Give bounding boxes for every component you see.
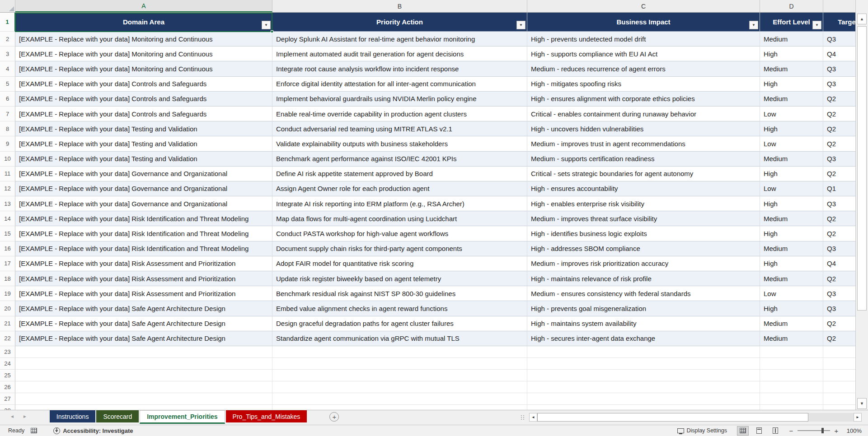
cell-effort-level[interactable]: High [760,46,823,61]
row-number[interactable]: 22 [0,331,15,346]
empty-cell[interactable] [760,405,823,410]
empty-cell[interactable] [15,393,272,405]
cell-target[interactable]: Q2 [823,107,855,121]
horizontal-scrollbar-thumb[interactable] [537,413,808,422]
cell-domain-area[interactable]: [EXAMPLE - Replace with your data] Contr… [15,77,272,92]
horizontal-scrollbar[interactable]: ◄ ► [529,413,862,422]
row-number[interactable]: 4 [0,61,15,76]
column-header-a[interactable]: A [15,0,272,12]
cell-business-impact[interactable]: High - uncovers hidden vulnerabilities [527,121,760,136]
cell-business-impact[interactable]: Medium - improves threat surface visibil… [527,211,760,226]
cell-effort-level[interactable]: Medium [760,241,823,256]
cell-business-impact[interactable]: High - ensures accountability [527,181,760,196]
cell-business-impact[interactable]: Medium - reduces recurrence of agent err… [527,61,760,76]
horizontal-scrollbar-track[interactable] [537,413,854,422]
cell-domain-area[interactable]: [EXAMPLE - Replace with your data] Risk … [15,241,272,256]
cell-target[interactable]: Q2 [823,92,855,107]
header-cell-priority-action[interactable]: Priority Action ▼ [272,13,527,32]
cell-business-impact[interactable]: Medium - improves trust in agent recomme… [527,136,760,151]
cell-business-impact[interactable]: High - secures inter-agent data exchange [527,331,760,346]
cell-domain-area[interactable]: [EXAMPLE - Replace with your data] Monit… [15,32,272,46]
cell-priority-action[interactable]: Conduct PASTA workshop for high-value ag… [272,226,527,241]
cell-target[interactable]: Q3 [823,196,855,211]
cell-domain-area[interactable]: [EXAMPLE - Replace with your data] Testi… [15,121,272,136]
cell-effort-level[interactable]: High [760,121,823,136]
cell-target[interactable]: Q2 [823,121,855,136]
cell-priority-action[interactable]: Standardize agent communication via gRPC… [272,331,527,346]
cell-business-impact[interactable]: High - prevents undetected model drift [527,32,760,46]
cell-target[interactable]: Q2 [823,271,855,286]
cell-domain-area[interactable]: [EXAMPLE - Replace with your data] Safe … [15,316,272,331]
zoom-in-button[interactable]: + [834,427,839,435]
sheet-tab-pro-tips-and-mistakes[interactable]: Pro_Tips_and_Mistakes [226,410,307,422]
cell-business-impact[interactable]: High - enables enterprise risk visibilit… [527,196,760,211]
scroll-left-button[interactable]: ◄ [529,413,537,422]
cell-business-impact[interactable]: High - addresses SBOM compliance [527,241,760,256]
cell-priority-action[interactable]: Adopt FAIR model for quantitative risk s… [272,256,527,271]
row-number[interactable]: 2 [0,32,15,46]
cell-business-impact[interactable]: Critical - sets strategic boundaries for… [527,167,760,181]
row-number[interactable]: 25 [0,370,15,381]
cell-domain-area[interactable]: [EXAMPLE - Replace with your data] Risk … [15,271,272,286]
select-all-corner[interactable] [0,0,15,12]
cell-effort-level[interactable]: Medium [760,316,823,331]
header-cell-effort-level[interactable]: Effort Level ▼ [760,13,823,32]
row-number[interactable]: 1 [0,13,15,32]
empty-cell[interactable] [272,405,527,410]
row-number[interactable]: 10 [0,152,15,167]
zoom-slider-thumb[interactable] [821,428,824,433]
cell-domain-area[interactable]: [EXAMPLE - Replace with your data] Testi… [15,152,272,167]
empty-cell[interactable] [15,405,272,410]
cell-domain-area[interactable]: [EXAMPLE - Replace with your data] Gover… [15,167,272,181]
cell-priority-action[interactable]: Map data flows for multi-agent coordinat… [272,211,527,226]
scroll-right-button[interactable]: ► [854,413,862,422]
cell-target[interactable]: Q3 [823,286,855,301]
cell-priority-action[interactable]: Enforce digital identity attestation for… [272,77,527,92]
zoom-slider[interactable] [798,430,830,431]
row-number[interactable]: 5 [0,77,15,92]
cell-target[interactable]: Q2 [823,136,855,151]
cell-priority-action[interactable]: Integrate root cause analysis workflow i… [272,61,527,76]
cell-target[interactable]: Q2 [823,331,855,346]
empty-cell[interactable] [15,358,272,370]
cell-target[interactable]: Q3 [823,77,855,92]
column-header-e[interactable] [823,0,855,12]
cell-priority-action[interactable]: Implement automated audit trail generati… [272,46,527,61]
cell-target[interactable]: Q3 [823,301,855,316]
cell-domain-area[interactable]: [EXAMPLE - Replace with your data] Gover… [15,196,272,211]
cell-domain-area[interactable]: [EXAMPLE - Replace with your data] Risk … [15,286,272,301]
row-number[interactable]: 16 [0,241,15,256]
empty-cell[interactable] [527,358,760,370]
column-header-b[interactable]: B [272,0,527,12]
cell-business-impact[interactable]: Critical - enables containment during ru… [527,107,760,121]
row-number[interactable]: 24 [0,358,15,370]
row-number[interactable]: 23 [0,346,15,358]
cell-target[interactable]: Q3 [823,61,855,76]
cell-priority-action[interactable]: Document supply chain risks for third-pa… [272,241,527,256]
row-number[interactable]: 3 [0,46,15,61]
scroll-up-button[interactable]: ▲ [857,14,867,24]
sheet-tab-scorecard[interactable]: Scorecard [96,410,139,422]
cell-effort-level[interactable]: Medium [760,32,823,46]
empty-cell[interactable] [527,393,760,405]
cell-effort-level[interactable]: Medium [760,271,823,286]
cell-target[interactable]: Q1 [823,181,855,196]
filter-dropdown-button[interactable]: ▼ [749,21,758,29]
page-break-view-button[interactable] [769,426,781,436]
empty-cell[interactable] [823,393,855,405]
row-number[interactable]: 28 [0,405,15,410]
empty-cell[interactable] [760,358,823,370]
empty-cell[interactable] [272,346,527,358]
empty-cell[interactable] [823,358,855,370]
cell-business-impact[interactable]: High - maintains system availability [527,316,760,331]
cell-business-impact[interactable]: High - supports compliance with EU AI Ac… [527,46,760,61]
empty-cell[interactable] [760,393,823,405]
column-header-d[interactable]: D [760,0,823,12]
empty-cell[interactable] [760,381,823,393]
cell-business-impact[interactable]: Medium - ensures consistency with federa… [527,286,760,301]
sheet-tab-instructions[interactable]: Instructions [50,410,96,422]
cell-target[interactable]: Q2 [823,316,855,331]
cell-effort-level[interactable]: High [760,226,823,241]
row-number[interactable]: 27 [0,393,15,405]
row-number[interactable]: 9 [0,136,15,151]
